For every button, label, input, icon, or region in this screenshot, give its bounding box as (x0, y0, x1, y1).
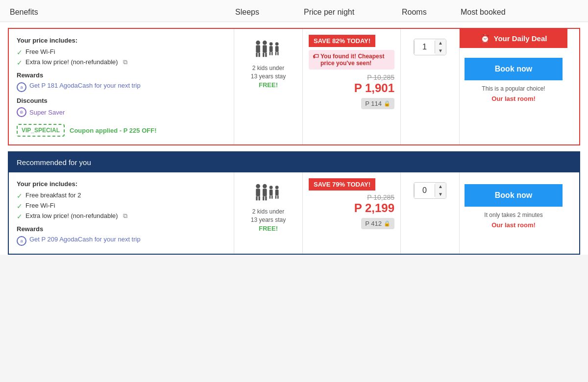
svg-rect-27 (271, 195, 273, 199)
last-room-text-1: Our last room! (465, 95, 563, 102)
svg-rect-18 (256, 196, 257, 201)
rooms-value-1: 1 (414, 41, 435, 53)
svg-rect-26 (269, 195, 270, 199)
svg-rect-14 (275, 52, 276, 55)
svg-rect-11 (271, 52, 273, 55)
rewards-section-1: Rewards a Get P 181 AgodaCash for your n… (17, 72, 226, 92)
cheapest-text-1: You found it! Cheapest price you've seen… (320, 53, 391, 67)
header-rooms: Rooms (402, 8, 461, 17)
header-sleeps: Sleeps (235, 8, 304, 17)
copy-icon-2: ⧉ (123, 212, 127, 220)
stepper-up-2[interactable]: ▲ (435, 183, 446, 191)
header-most-booked: Most booked (461, 8, 568, 17)
check-icon-2: ✓ (17, 59, 23, 67)
svg-point-8 (269, 42, 272, 46)
book-col-inner-1: Book now This is a popular choice! Our l… (460, 48, 567, 107)
svg-point-4 (263, 41, 267, 45)
benefits-col-2: Your price includes: ✓ Free breakfast fo… (9, 172, 234, 254)
benefit-lowprice-2: ✓ Extra low price! (non-refundable) ⧉ (17, 212, 226, 220)
super-saver-label-1: Super Saver (29, 109, 65, 116)
tax-value-1: P 114 (365, 100, 382, 107)
svg-rect-2 (256, 53, 257, 57)
free-text-2: FREE! (259, 225, 278, 232)
tax-value-2: P 412 (365, 220, 382, 227)
kids-line2-1: 13 years stay (251, 73, 286, 80)
svg-rect-6 (263, 53, 264, 57)
benefit-wifi-2: ✓ Free Wi-Fi (17, 202, 226, 210)
check-icon-3: ✓ (17, 192, 23, 200)
svg-point-0 (256, 41, 260, 45)
includes-title-2: Your price includes: (17, 180, 226, 188)
last-room-text-2: Our last room! (465, 221, 563, 229)
agoda-cash-icon-2: a (17, 236, 26, 246)
svg-rect-7 (265, 53, 267, 57)
rooms-col-2: 0 ▲ ▼ (401, 172, 460, 254)
stepper-buttons-2: ▲ ▼ (435, 183, 446, 198)
svg-rect-3 (258, 53, 260, 57)
svg-rect-9 (269, 46, 272, 52)
svg-point-20 (263, 184, 267, 189)
popular-text-1: This is a popular choice! (465, 85, 563, 92)
benefit-breakfast-2: ✓ Free breakfast for 2 (17, 191, 226, 200)
agoda-cash-item-1[interactable]: a Get P 181 AgodaCash for your next trip (17, 82, 226, 92)
svg-rect-19 (258, 196, 260, 201)
tax-price-2: P 412 🔒 (361, 218, 394, 229)
svg-point-28 (275, 186, 278, 189)
discounts-section-1: Discounts ⊛ Super Saver (17, 97, 226, 117)
svg-rect-1 (256, 45, 260, 52)
kids-text-2: 2 kids under 13 years stay FREE! (251, 208, 286, 233)
original-price-1: P 10,285 (309, 73, 394, 81)
book-col-2: Book now It only takes 2 minutes Our las… (460, 172, 567, 254)
rooms-stepper-1[interactable]: 1 ▲ ▼ (414, 39, 446, 55)
coupon-row-1: VIP_SPECIAL Coupon applied - P 225 OFF! (17, 124, 226, 137)
sale-price-2: P 2,199 (309, 201, 394, 215)
svg-point-12 (275, 42, 278, 46)
kids-line1-2: 2 kids under (252, 208, 284, 215)
svg-rect-25 (269, 190, 272, 195)
book-now-button-2[interactable]: Book now (465, 184, 563, 207)
stepper-up-1[interactable]: ▲ (435, 39, 446, 47)
daily-deal-header-1: ⏰ Your Daily Deal (460, 29, 567, 48)
popular-text-2: It only takes 2 minutes (465, 212, 563, 218)
svg-point-24 (269, 186, 272, 189)
save-badge-2: SAVE 79% TODAY! (309, 178, 375, 191)
rewards-title-2: Rewards (17, 225, 226, 233)
rooms-stepper-2[interactable]: 0 ▲ ▼ (414, 182, 446, 199)
price-col-1: SAVE 82% TODAY! 🏷 You found it! Cheapest… (303, 29, 401, 144)
svg-rect-17 (256, 189, 260, 196)
super-saver-item-1[interactable]: ⊛ Super Saver (17, 107, 226, 117)
sleeps-col-2: 2 kids under 13 years stay FREE! (234, 172, 303, 254)
book-now-button-1[interactable]: Book now (465, 58, 563, 80)
benefit-label-lowprice-1: Extra low price! (non-refundable) (25, 58, 118, 66)
check-icon-4: ✓ (17, 202, 23, 210)
kids-line2-2: 13 years stay (251, 216, 286, 223)
rooms-col-1: 1 ▲ ▼ (401, 29, 460, 144)
svg-rect-23 (265, 196, 267, 201)
book-col-1: ⏰ Your Daily Deal Book now This is a pop… (460, 29, 567, 144)
agoda-cash-label-1: Get P 181 AgodaCash for your next trip (29, 82, 141, 89)
stepper-down-2[interactable]: ▼ (435, 191, 446, 198)
tag-icon-1: 🏷 (313, 53, 318, 60)
book-col-inner-2: Book now It only takes 2 minutes Our las… (460, 172, 567, 234)
benefit-wifi-1: ✓ Free Wi-Fi (17, 48, 226, 56)
stepper-down-1[interactable]: ▼ (435, 47, 446, 55)
room-row-2: Recommended for you Your price includes:… (8, 151, 580, 255)
free-text-1: FREE! (259, 81, 278, 89)
svg-rect-31 (277, 195, 279, 199)
benefit-label-breakfast: Free breakfast for 2 (25, 191, 81, 199)
svg-rect-10 (269, 52, 270, 55)
rooms-value-2: 0 (414, 184, 435, 197)
agoda-cash-label-2: Get P 209 AgodaCash for your next trip (29, 236, 141, 243)
copy-icon-1: ⧉ (123, 58, 127, 66)
agoda-cash-item-2[interactable]: a Get P 209 AgodaCash for your next trip (17, 236, 226, 246)
family-icon-2 (254, 180, 283, 205)
lock-icon-1: 🔒 (384, 100, 391, 107)
original-price-2: P 10,285 (309, 193, 394, 201)
svg-rect-15 (277, 52, 279, 55)
sale-price-1: P 1,901 (309, 81, 394, 95)
svg-rect-5 (263, 45, 267, 52)
coupon-badge-1: VIP_SPECIAL (17, 124, 65, 137)
header-price: Price per night (304, 8, 402, 17)
header-benefits: Benefits (10, 8, 235, 17)
stepper-buttons-1: ▲ ▼ (435, 39, 446, 55)
